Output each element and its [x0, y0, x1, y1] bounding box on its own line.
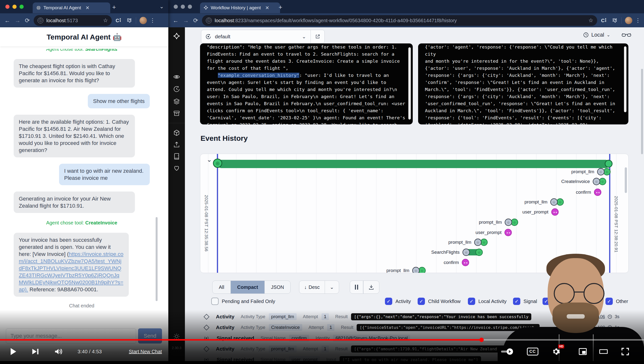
- captions-button[interactable]: CC: [527, 348, 538, 356]
- timeline-event[interactable]: prompt_llm ◇◇: [412, 267, 426, 273]
- sort-desc-button[interactable]: ↓Desc: [299, 281, 325, 294]
- archive-box-icon[interactable]: [173, 110, 180, 117]
- signal-dot: [594, 188, 601, 196]
- close-window-button[interactable]: [174, 5, 178, 9]
- address-bar[interactable]: ⓘ localhost :8233/namespaces/default/wor…: [202, 15, 597, 26]
- labs-glasses-icon[interactable]: [622, 32, 631, 38]
- tab-temporal-ai-agent[interactable]: Temporal AI Agent ✕: [33, 2, 110, 13]
- tab-json[interactable]: JSON: [264, 281, 290, 294]
- timeline-event[interactable]: prompt_llm ◇◇: [474, 238, 488, 246]
- miniplayer-button[interactable]: [578, 348, 587, 355]
- workflow-end-marker[interactable]: [605, 160, 612, 168]
- play-button[interactable]: [10, 348, 17, 356]
- export-upload-icon[interactable]: [173, 141, 180, 148]
- stack-layers-icon[interactable]: [173, 98, 180, 105]
- close-tab-icon[interactable]: ✕: [86, 5, 90, 11]
- open-external-icon[interactable]: [311, 34, 324, 39]
- collapse-chevron-icon[interactable]: ⌄: [206, 156, 212, 164]
- close-window-button[interactable]: [5, 5, 10, 9]
- ci-extension-icon[interactable]: C⠇: [601, 18, 608, 24]
- timeline-event[interactable]: prompt_llm ◇◇: [550, 198, 564, 206]
- namespace-icon: [205, 34, 212, 40]
- tab-search-chevron-icon[interactable]: ⌄: [160, 4, 164, 10]
- address-bar[interactable]: ⓘ localhost :5173 ☆: [34, 15, 112, 26]
- schedules-clock-icon[interactable]: [173, 86, 180, 93]
- sort-control: ↓Desc ⌄: [299, 280, 339, 294]
- checkbox-checked[interactable]: ✓: [418, 298, 425, 305]
- browser-menu-icon[interactable]: ⋮: [635, 17, 640, 24]
- progress-scrubber[interactable]: [479, 338, 484, 342]
- minimize-window-button[interactable]: [12, 5, 16, 9]
- bookmark-star-icon[interactable]: ☆: [100, 17, 108, 24]
- start-new-chat-link[interactable]: Start New Chat: [129, 349, 162, 354]
- site-info-icon[interactable]: ⓘ: [38, 18, 44, 24]
- filter-pending-failed[interactable]: Pending and Failed Only: [211, 298, 275, 305]
- checkbox-unchecked[interactable]: [211, 298, 218, 305]
- code-scrollbar[interactable]: [624, 46, 626, 112]
- ci-extension-icon[interactable]: C⠇: [116, 18, 123, 24]
- filter-activity[interactable]: ✓ Activity: [385, 298, 411, 305]
- fullscreen-button[interactable]: [621, 348, 629, 356]
- tab-workflow-history[interactable]: Workflow History | agent-wor ✕: [200, 2, 280, 13]
- checkbox-checked[interactable]: ✓: [385, 298, 392, 305]
- minimize-window-button[interactable]: [181, 5, 185, 9]
- pause-button[interactable]: [350, 281, 363, 294]
- autoplay-toggle[interactable]: [499, 348, 515, 355]
- volume-button[interactable]: [54, 348, 63, 355]
- tab-all[interactable]: All: [212, 281, 230, 294]
- workflow-start-marker[interactable]: ◎: [213, 158, 222, 168]
- page-scrollbar[interactable]: [641, 69, 643, 154]
- namespace-select[interactable]: default ⌄: [201, 30, 325, 44]
- workflow-execution-bar[interactable]: [217, 160, 610, 168]
- browser-menu-icon[interactable]: ⋮: [150, 17, 155, 24]
- extensions-puzzle-icon[interactable]: [612, 18, 618, 23]
- filter-child-workflow[interactable]: ✓ Child Workflow: [418, 298, 460, 305]
- next-button[interactable]: [32, 348, 39, 355]
- profile-avatar[interactable]: [625, 17, 632, 24]
- timeline-event[interactable]: user_prompt: [551, 208, 558, 216]
- forward-button[interactable]: →: [183, 17, 189, 24]
- timeline-event[interactable]: prompt_llm ◇◇: [597, 168, 610, 176]
- timeline-event[interactable]: SearchFlights ◇◇: [462, 248, 483, 256]
- timeline-event[interactable]: user_prompt: [504, 229, 512, 236]
- timeline-event[interactable]: confirm: [462, 259, 469, 266]
- sort-chevron-button[interactable]: ⌄: [325, 281, 339, 294]
- timeline-event[interactable]: prompt_llm ◇◇: [505, 218, 518, 226]
- progress-bar-remaining[interactable]: [482, 339, 644, 340]
- back-button[interactable]: ←: [4, 17, 10, 24]
- package-cube-icon[interactable]: [173, 129, 180, 136]
- download-button[interactable]: [364, 281, 379, 294]
- temporal-logo-icon[interactable]: [173, 33, 180, 40]
- bookmark-star-icon[interactable]: ☆: [586, 17, 593, 24]
- tab-compact[interactable]: Compact: [230, 281, 264, 294]
- theater-mode-button[interactable]: [599, 348, 608, 355]
- site-info-icon[interactable]: ⓘ: [206, 18, 212, 24]
- new-tab-button[interactable]: +: [278, 4, 282, 10]
- reload-button[interactable]: ⟳: [25, 17, 30, 24]
- chat-scrollbar[interactable]: [156, 217, 158, 301]
- window-controls[interactable]: [5, 5, 24, 9]
- back-button[interactable]: ←: [173, 17, 178, 24]
- forward-button[interactable]: →: [15, 17, 20, 24]
- code-scrollbar[interactable]: [408, 47, 411, 120]
- new-tab-button[interactable]: +: [112, 4, 116, 10]
- feedback-heart-icon[interactable]: [173, 164, 180, 172]
- close-tab-icon[interactable]: ✕: [265, 5, 269, 11]
- playback-controls: [350, 280, 379, 294]
- maximize-window-button[interactable]: [20, 5, 24, 9]
- checkbox-checked[interactable]: ✓: [468, 298, 475, 305]
- chat-messages[interactable]: Agent chose tool: SearchFlights The chea…: [0, 47, 168, 330]
- progress-bar-played[interactable]: [0, 339, 482, 340]
- workflows-eye-icon[interactable]: [173, 73, 180, 80]
- timeline-event[interactable]: CreateInvoice ◇◇: [593, 178, 606, 185]
- extensions-puzzle-icon[interactable]: [126, 18, 132, 23]
- maximize-window-button[interactable]: [188, 5, 192, 9]
- timeline-scrollbar[interactable]: [625, 167, 627, 193]
- timeline-event[interactable]: confirm: [594, 188, 601, 196]
- window-controls[interactable]: [174, 5, 192, 9]
- settings-gear-button[interactable]: HD: [552, 348, 560, 356]
- reload-button[interactable]: ⟳: [193, 17, 198, 24]
- timezone-select[interactable]: Local ⌄: [583, 32, 610, 38]
- profile-avatar[interactable]: [140, 17, 147, 24]
- docs-book-icon[interactable]: [173, 153, 180, 160]
